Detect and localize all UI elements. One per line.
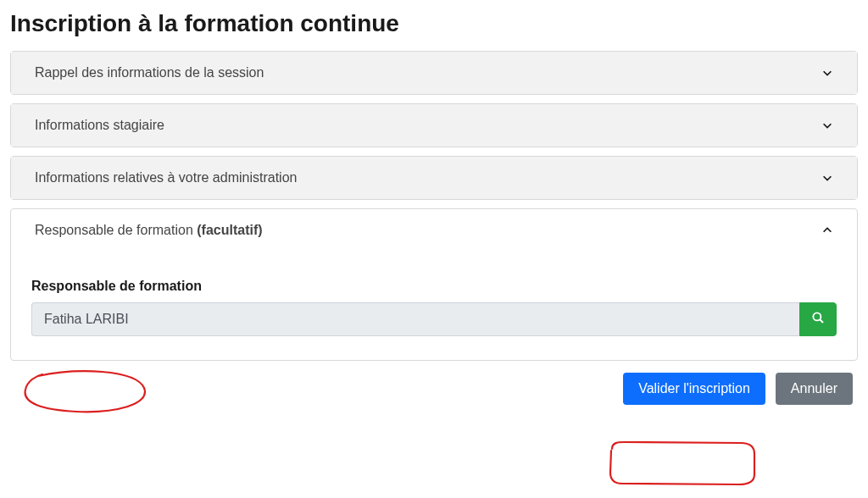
section-admin-info-title: Informations relatives à votre administr…	[35, 170, 297, 185]
section-responsible-title-suffix: (facultatif)	[197, 223, 262, 237]
section-session-recap-title: Rappel des informations de la session	[35, 65, 264, 80]
search-icon	[810, 310, 826, 329]
section-session-recap: Rappel des informations de la session	[10, 51, 858, 95]
cancel-button[interactable]: Annuler	[776, 373, 853, 405]
chevron-down-icon	[821, 172, 833, 184]
section-responsible-body: Responsable de formation	[11, 252, 857, 360]
section-responsible-title: Responsable de formation (facultatif)	[35, 223, 263, 238]
responsible-field-label: Responsable de formation	[31, 279, 837, 294]
registration-accordion: Rappel des informations de la session In…	[10, 51, 858, 361]
section-trainee-info-title: Informations stagiaire	[35, 118, 164, 133]
section-responsible: Responsable de formation (facultatif) Re…	[10, 208, 858, 361]
responsible-name-input[interactable]	[31, 302, 799, 336]
section-responsible-title-prefix: Responsable de formation	[35, 223, 197, 237]
svg-line-1	[820, 319, 823, 323]
section-admin-info: Informations relatives à votre administr…	[10, 156, 858, 200]
svg-point-0	[813, 313, 821, 320]
search-responsible-button[interactable]	[799, 302, 837, 336]
validate-registration-button[interactable]: Valider l'inscription	[623, 373, 765, 405]
chevron-down-icon	[821, 67, 833, 79]
page-title: Inscription à la formation continue	[10, 10, 858, 37]
chevron-down-icon	[821, 119, 833, 131]
section-trainee-info-header[interactable]: Informations stagiaire	[11, 104, 857, 147]
section-trainee-info: Informations stagiaire	[10, 103, 858, 147]
section-admin-info-header[interactable]: Informations relatives à votre administr…	[11, 157, 857, 199]
action-bar: Valider l'inscription Annuler	[10, 361, 858, 405]
section-responsible-header[interactable]: Responsable de formation (facultatif)	[11, 209, 857, 252]
section-session-recap-header[interactable]: Rappel des informations de la session	[11, 52, 857, 94]
annotation-rectangle-validate	[604, 439, 760, 490]
chevron-up-icon	[821, 224, 833, 236]
responsible-input-row	[31, 302, 837, 336]
